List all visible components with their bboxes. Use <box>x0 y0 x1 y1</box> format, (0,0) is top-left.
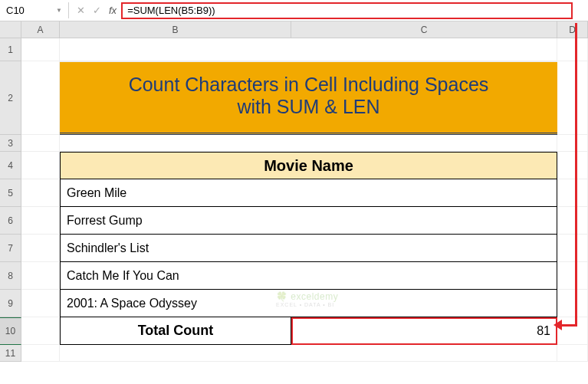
row-headers: 1 2 3 4 5 6 7 8 9 10 11 <box>0 38 21 362</box>
cell[interactable] <box>557 290 588 317</box>
col-header-c[interactable]: C <box>291 21 557 38</box>
cell[interactable] <box>21 290 60 317</box>
row-header-4[interactable]: 4 <box>0 152 21 179</box>
row-header-7[interactable]: 7 <box>0 235 21 262</box>
row-header-11[interactable]: 11 <box>0 345 21 362</box>
row-header-5[interactable]: 5 <box>0 179 21 207</box>
row-header-8[interactable]: 8 <box>0 262 21 290</box>
cell[interactable] <box>21 345 60 362</box>
annotation-arrowhead-icon <box>554 320 562 330</box>
cell[interactable] <box>21 262 60 290</box>
total-count-cell[interactable]: 81 <box>291 317 557 345</box>
name-box-dropdown-icon[interactable]: ▼ <box>56 7 62 14</box>
cancel-icon[interactable]: ✕ <box>77 5 85 16</box>
row-header-1[interactable]: 1 <box>0 38 21 61</box>
cell[interactable] <box>557 262 588 290</box>
cell[interactable] <box>60 135 557 152</box>
row-header-9[interactable]: 9 <box>0 290 21 317</box>
cell[interactable] <box>21 152 60 179</box>
cell[interactable] <box>21 207 60 235</box>
column-headers: A B C D <box>0 21 588 38</box>
annotation-arrow-icon <box>575 23 577 326</box>
row-header-10[interactable]: 10 <box>0 317 21 345</box>
cell[interactable] <box>557 207 588 235</box>
enter-icon[interactable]: ✓ <box>93 5 101 16</box>
formula-bar: C10 ▼ ✕ ✓ fx =SUM(LEN(B5:B9)) <box>0 0 588 21</box>
table-row[interactable]: Schindler's List <box>60 235 557 262</box>
cell[interactable] <box>60 38 557 61</box>
table-header[interactable]: Movie Name <box>60 152 557 179</box>
cell[interactable] <box>21 135 60 152</box>
cell[interactable] <box>557 135 588 152</box>
table-row[interactable]: 2001: A Space Odyssey <box>60 290 557 317</box>
cell[interactable] <box>21 317 60 345</box>
total-count-label[interactable]: Total Count <box>60 317 291 345</box>
cell[interactable] <box>21 61 60 135</box>
cell[interactable] <box>557 235 588 262</box>
table-row[interactable]: Green Mile <box>60 179 557 207</box>
col-header-d[interactable]: D <box>557 21 588 38</box>
row-header-6[interactable]: 6 <box>0 207 21 235</box>
cell[interactable] <box>557 152 588 179</box>
cell[interactable] <box>557 179 588 207</box>
total-count-value: 81 <box>537 324 550 338</box>
col-header-a[interactable]: A <box>21 21 60 38</box>
formula-bar-icons: ✕ ✓ <box>69 5 109 16</box>
formula-text: =SUM(LEN(B5:B9)) <box>127 5 215 16</box>
fx-icon[interactable]: fx <box>109 5 121 16</box>
title-line-2: with SUM & LEN <box>60 96 557 118</box>
title-banner: Count Characters in Cell Including Space… <box>60 61 557 135</box>
cell[interactable] <box>557 345 588 362</box>
cell[interactable] <box>557 61 588 135</box>
row-header-2[interactable]: 2 <box>0 61 21 135</box>
col-header-b[interactable]: B <box>60 21 291 38</box>
formula-input[interactable]: =SUM(LEN(B5:B9)) <box>121 2 573 19</box>
cell[interactable] <box>21 179 60 207</box>
title-line-1: Count Characters in Cell Including Space… <box>60 74 557 96</box>
cell[interactable] <box>21 235 60 262</box>
cell[interactable] <box>557 38 588 61</box>
worksheet: 1 2 3 4 5 6 7 8 9 10 11 Count Characters… <box>0 38 588 362</box>
select-all-box[interactable] <box>0 21 21 38</box>
cell[interactable] <box>557 317 588 345</box>
table-row[interactable]: Forrest Gump <box>60 207 557 235</box>
table-row[interactable]: Catch Me If You Can <box>60 262 557 290</box>
grid-area[interactable]: Count Characters in Cell Including Space… <box>21 38 588 362</box>
name-box[interactable]: C10 ▼ <box>0 2 69 18</box>
row-header-3[interactable]: 3 <box>0 135 21 152</box>
cell[interactable] <box>21 38 60 61</box>
cell-reference: C10 <box>6 5 25 16</box>
cell[interactable] <box>60 345 557 362</box>
